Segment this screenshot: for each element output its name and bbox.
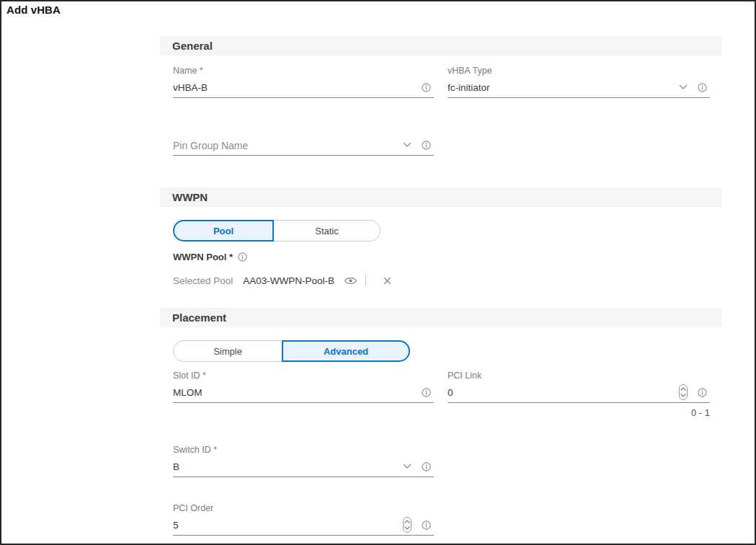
wwpn-mode-toggle: Pool Static (173, 220, 722, 242)
info-icon[interactable] (422, 520, 431, 530)
pin-group-input[interactable] (173, 140, 397, 153)
section-header-wwpn: WWPN (160, 187, 722, 207)
field-pin-group (173, 134, 434, 156)
switch-id-label: Switch ID * (173, 445, 434, 456)
field-slot-id: Slot ID * (173, 371, 434, 418)
number-stepper[interactable] (403, 517, 412, 533)
simple-toggle-button[interactable]: Simple (173, 340, 283, 362)
pool-toggle-button[interactable]: Pool (173, 220, 274, 242)
section-title: General (172, 40, 213, 52)
divider (365, 275, 366, 286)
wwpn-pool-label: WWPN Pool * (173, 252, 233, 262)
info-icon[interactable] (422, 462, 431, 471)
pin-group-control (173, 137, 434, 156)
selected-pool-label: Selected Pool (173, 275, 233, 286)
switch-id-control (173, 458, 434, 477)
slot-id-control (173, 384, 434, 403)
section-header-general: General (160, 36, 722, 56)
placement-mode-toggle: Simple Advanced (173, 340, 722, 362)
pci-link-input[interactable] (448, 387, 673, 399)
slot-id-label: Slot ID * (173, 371, 434, 381)
selected-pool-row: Selected Pool AA03-WWPN-Pool-B (173, 274, 722, 287)
chevron-down-icon[interactable] (679, 84, 688, 90)
field-name: Name * (173, 66, 434, 98)
vhba-type-label: vHBA Type (448, 66, 710, 76)
pci-order-input[interactable] (173, 520, 397, 532)
info-icon[interactable] (698, 83, 707, 92)
advanced-toggle-button[interactable]: Advanced (282, 340, 410, 362)
eye-icon[interactable] (344, 276, 357, 285)
pci-order-label: PCI Order (173, 503, 434, 514)
vhba-type-input[interactable] (448, 82, 673, 94)
name-control (173, 79, 434, 98)
field-vhba-type: vHBA Type (448, 66, 710, 98)
chevron-down-icon[interactable] (403, 142, 412, 148)
selected-pool-value: AA03-WWPN-Pool-B (243, 275, 334, 286)
pci-link-label: PCI Link (448, 371, 710, 381)
section-header-placement: Placement (160, 308, 722, 327)
row-switch-id: Switch ID * (160, 445, 722, 477)
switch-id-input[interactable] (173, 461, 397, 474)
wwpn-pool-label-row: WWPN Pool * (173, 252, 722, 262)
page-title: Add vHBA (6, 4, 61, 16)
close-icon[interactable] (383, 277, 391, 285)
info-icon[interactable] (422, 388, 431, 397)
form-content: General Name * vHBA Type (160, 36, 722, 536)
info-icon[interactable] (422, 141, 431, 150)
number-stepper[interactable] (679, 384, 688, 400)
info-icon[interactable] (698, 388, 707, 397)
section-title: Placement (172, 311, 226, 324)
info-icon[interactable] (422, 83, 431, 92)
static-toggle-button[interactable]: Static (273, 220, 381, 242)
name-input[interactable] (173, 82, 416, 94)
pci-order-control (173, 517, 434, 536)
chevron-down-icon[interactable] (403, 464, 412, 469)
section-title: WWPN (172, 191, 208, 203)
vhba-type-control (448, 79, 710, 98)
row-pin-group (160, 134, 722, 156)
field-pci-order: PCI Order (173, 503, 434, 536)
slot-id-input[interactable] (173, 387, 416, 399)
row-name-type: Name * vHBA Type (160, 66, 722, 98)
pci-link-range-hint: 0 - 1 (448, 407, 710, 418)
field-pci-link: PCI Link 0 - 1 (448, 371, 710, 418)
row-pci-order: PCI Order (160, 503, 722, 536)
row-slot-pcilink: Slot ID * PCI Link (160, 371, 722, 418)
pci-link-control (448, 384, 710, 403)
add-vhba-dialog: Add vHBA General Name * vHBA Type (0, 0, 756, 545)
info-icon[interactable] (238, 252, 247, 262)
name-label: Name * (173, 66, 434, 76)
field-switch-id: Switch ID * (173, 445, 434, 477)
